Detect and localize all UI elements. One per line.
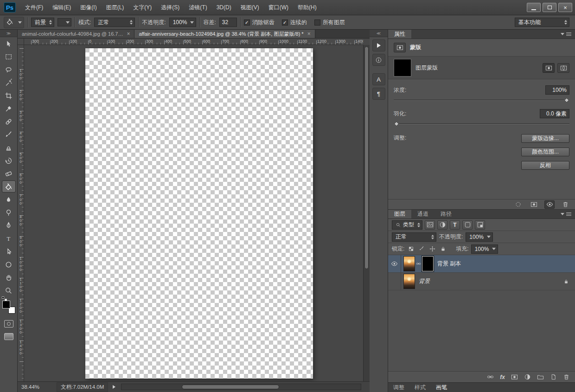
crop-tool[interactable] bbox=[2, 90, 16, 102]
filter-pixel-layers-button[interactable] bbox=[425, 220, 435, 230]
default-colors-icon[interactable] bbox=[2, 296, 6, 300]
toolbox-collapse-chevron[interactable]: ≫ bbox=[0, 30, 17, 37]
horizontal-scrollbar[interactable] bbox=[121, 384, 361, 390]
layer-style-button[interactable]: fx bbox=[500, 374, 505, 380]
info-panel-icon[interactable] bbox=[372, 54, 385, 66]
minimize-button[interactable] bbox=[527, 3, 541, 12]
layer-row-background[interactable]: 背景 bbox=[388, 273, 575, 290]
actions-panel-icon[interactable] bbox=[372, 39, 385, 51]
lock-transparency-button[interactable] bbox=[407, 245, 415, 253]
panel-menu-button[interactable] bbox=[557, 30, 575, 39]
tab-properties[interactable]: 属性 bbox=[388, 30, 411, 39]
mask-edge-button[interactable]: 蒙版边缘... bbox=[521, 134, 569, 143]
filter-type-layers-button[interactable]: T bbox=[450, 220, 460, 230]
move-tool[interactable] bbox=[2, 38, 16, 50]
delete-mask-button[interactable] bbox=[560, 200, 570, 209]
delete-layer-button[interactable] bbox=[563, 373, 570, 380]
checkbox-icon[interactable] bbox=[314, 19, 320, 26]
path-selection-tool[interactable] bbox=[2, 245, 16, 257]
menu-item[interactable]: 视图(V) bbox=[236, 0, 264, 15]
paragraph-panel-icon[interactable]: ¶ bbox=[372, 88, 385, 100]
layer-thumbnail[interactable] bbox=[403, 256, 415, 271]
menu-item[interactable]: 图层(L) bbox=[102, 0, 129, 15]
option-checkbox[interactable]: 消除锯齿 bbox=[244, 19, 275, 26]
filter-adjustment-layers-button[interactable] bbox=[437, 220, 447, 230]
filter-type-select[interactable]: 类型 bbox=[392, 220, 422, 230]
lock-pixels-button[interactable] bbox=[417, 245, 426, 253]
feather-slider-handle[interactable] bbox=[394, 121, 399, 126]
foreground-color-swatch[interactable] bbox=[2, 301, 10, 308]
menu-item[interactable]: 图像(I) bbox=[76, 0, 101, 15]
pattern-picker[interactable] bbox=[58, 18, 71, 26]
vector-mask-button[interactable] bbox=[557, 63, 569, 73]
menu-item[interactable]: 文件(F) bbox=[20, 0, 48, 15]
vertical-scrollbar[interactable] bbox=[363, 45, 370, 381]
invert-button[interactable]: 反相 bbox=[521, 161, 569, 170]
tab-close-icon[interactable]: × bbox=[127, 31, 130, 37]
layer-thumbnail[interactable] bbox=[403, 274, 415, 289]
magic-wand-tool[interactable] bbox=[2, 77, 16, 89]
checkbox-icon[interactable] bbox=[282, 19, 288, 26]
expand-panels-chevron[interactable]: ≪ bbox=[370, 30, 388, 37]
tab-brush[interactable]: 画笔 bbox=[431, 384, 452, 392]
paint-bucket-tool[interactable] bbox=[2, 180, 16, 193]
horizontal-scrollbar-thumb[interactable] bbox=[182, 385, 279, 389]
link-layers-button[interactable] bbox=[487, 373, 494, 380]
option-checkbox[interactable]: 连续的 bbox=[282, 19, 307, 26]
apply-mask-button[interactable] bbox=[529, 200, 539, 209]
color-range-button[interactable]: 颜色范围... bbox=[521, 148, 569, 156]
quick-mask-button[interactable] bbox=[4, 320, 13, 328]
layer-mask-thumbnail[interactable] bbox=[422, 256, 434, 271]
visibility-toggle[interactable] bbox=[388, 255, 401, 272]
document-tab[interactable]: animal-colorful-colourful-40984.jpg @ 16… bbox=[18, 30, 134, 38]
blur-tool[interactable] bbox=[2, 193, 16, 206]
character-panel-icon[interactable]: A bbox=[372, 73, 385, 85]
type-tool[interactable]: T bbox=[2, 232, 16, 244]
blend-mode-select[interactable]: 正常 bbox=[94, 18, 135, 27]
density-slider[interactable] bbox=[394, 97, 569, 103]
visibility-toggle-off[interactable] bbox=[388, 273, 401, 290]
pixel-mask-button[interactable] bbox=[543, 63, 555, 73]
filter-shape-layers-button[interactable] bbox=[462, 220, 473, 230]
menu-item[interactable]: 选择(S) bbox=[156, 0, 184, 15]
brush-tool[interactable] bbox=[2, 129, 16, 141]
hand-tool[interactable] bbox=[2, 271, 16, 283]
filter-smart-objects-button[interactable] bbox=[475, 220, 485, 230]
workspace-select[interactable]: 基本功能 bbox=[515, 18, 569, 27]
eraser-tool[interactable] bbox=[2, 167, 16, 180]
close-button[interactable]: × bbox=[558, 3, 572, 12]
feather-value[interactable]: 0.0 像素 bbox=[540, 109, 569, 118]
ellipse-tool[interactable] bbox=[2, 258, 16, 270]
opacity-input[interactable]: 100% bbox=[169, 18, 197, 27]
vertical-scrollbar-thumb[interactable] bbox=[364, 46, 369, 269]
new-adjustment-layer-button[interactable] bbox=[524, 373, 531, 380]
layer-blend-mode-select[interactable]: 正常 bbox=[392, 232, 436, 242]
fill-source-select[interactable]: 前景 bbox=[31, 18, 54, 27]
new-group-button[interactable] bbox=[537, 373, 544, 380]
document-tab-active[interactable]: affair-anniversary-beach-1024984.jpg @ 3… bbox=[134, 30, 315, 38]
mask-thumbnail[interactable] bbox=[394, 59, 411, 77]
load-selection-from-mask-button[interactable] bbox=[513, 200, 523, 209]
lock-all-button[interactable] bbox=[439, 245, 447, 253]
fill-input[interactable]: 100% bbox=[471, 244, 498, 254]
tab-adjustments[interactable]: 调整 bbox=[388, 384, 409, 392]
menu-item[interactable]: 编辑(E) bbox=[48, 0, 76, 15]
menu-item[interactable]: 滤镜(T) bbox=[184, 0, 211, 15]
feather-slider[interactable] bbox=[394, 121, 569, 127]
layer-opacity-input[interactable]: 100% bbox=[466, 232, 493, 242]
tab-paths[interactable]: 路径 bbox=[434, 210, 458, 218]
lasso-tool[interactable] bbox=[2, 64, 16, 76]
restore-button[interactable] bbox=[543, 3, 556, 12]
checkbox-icon[interactable] bbox=[244, 19, 250, 26]
status-flyout-icon[interactable] bbox=[113, 385, 115, 389]
menu-item[interactable]: 文字(Y) bbox=[128, 0, 156, 15]
enable-mask-button[interactable] bbox=[544, 200, 555, 209]
density-slider-handle[interactable] bbox=[564, 97, 569, 103]
canvas-transparent-checkerboard[interactable] bbox=[85, 48, 313, 379]
pen-tool[interactable] bbox=[2, 219, 16, 231]
current-tool-button[interactable] bbox=[4, 17, 24, 28]
lock-position-button[interactable] bbox=[428, 245, 436, 253]
menu-item[interactable]: 3D(D) bbox=[212, 0, 236, 15]
panel-menu-button[interactable] bbox=[557, 210, 575, 218]
menu-item[interactable]: 窗口(W) bbox=[264, 0, 293, 15]
